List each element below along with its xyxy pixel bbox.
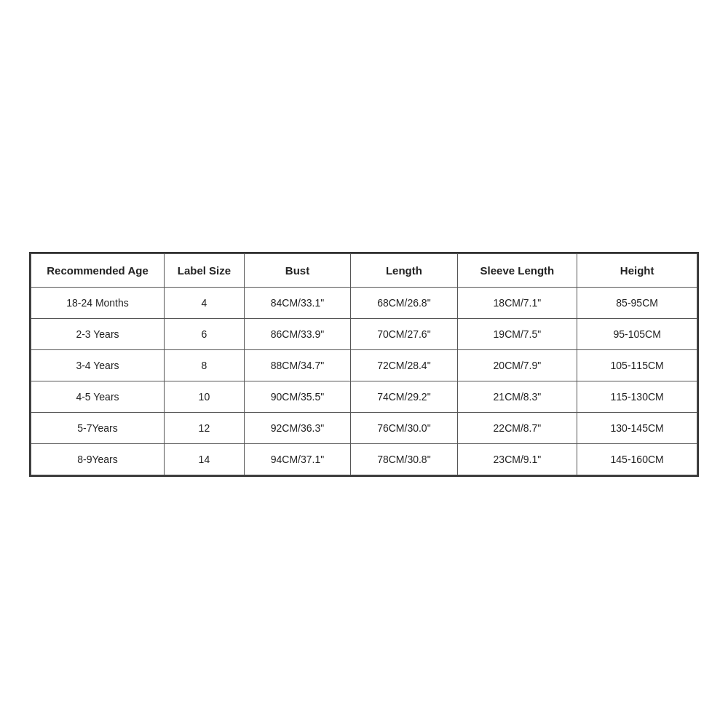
cell-age: 2-3 Years	[31, 318, 165, 349]
cell-bust: 86CM/33.9"	[244, 318, 350, 349]
cell-length: 76CM/30.0"	[351, 412, 457, 443]
header-bust: Bust	[244, 253, 350, 287]
table-row: 4-5 Years1090CM/35.5"74CM/29.2"21CM/8.3"…	[31, 381, 697, 412]
cell-age: 5-7Years	[31, 412, 165, 443]
table-row: 8-9Years1494CM/37.1"78CM/30.8"23CM/9.1"1…	[31, 443, 697, 475]
cell-height: 85-95CM	[577, 287, 697, 318]
header-label: Label Size	[165, 253, 245, 287]
size-chart-container: Recommended Age Label Size Bust Length S…	[29, 252, 699, 477]
cell-length: 72CM/28.4"	[351, 349, 457, 381]
cell-label: 4	[165, 287, 245, 318]
cell-label: 12	[165, 412, 245, 443]
cell-sleeve: 19CM/7.5"	[457, 318, 577, 349]
cell-label: 14	[165, 443, 245, 475]
size-chart-table: Recommended Age Label Size Bust Length S…	[31, 253, 697, 475]
cell-age: 18-24 Months	[31, 287, 165, 318]
cell-label: 10	[165, 381, 245, 412]
cell-label: 8	[165, 349, 245, 381]
cell-age: 8-9Years	[31, 443, 165, 475]
cell-height: 95-105CM	[577, 318, 697, 349]
table-row: 18-24 Months484CM/33.1"68CM/26.8"18CM/7.…	[31, 287, 697, 318]
cell-sleeve: 22CM/8.7"	[457, 412, 577, 443]
header-sleeve: Sleeve Length	[457, 253, 577, 287]
cell-sleeve: 23CM/9.1"	[457, 443, 577, 475]
table-row: 3-4 Years888CM/34.7"72CM/28.4"20CM/7.9"1…	[31, 349, 697, 381]
cell-bust: 92CM/36.3"	[244, 412, 350, 443]
cell-length: 70CM/27.6"	[351, 318, 457, 349]
table-row: 2-3 Years686CM/33.9"70CM/27.6"19CM/7.5"9…	[31, 318, 697, 349]
header-age: Recommended Age	[31, 253, 165, 287]
header-height: Height	[577, 253, 697, 287]
cell-age: 3-4 Years	[31, 349, 165, 381]
cell-height: 130-145CM	[577, 412, 697, 443]
table-row: 5-7Years1292CM/36.3"76CM/30.0"22CM/8.7"1…	[31, 412, 697, 443]
cell-bust: 88CM/34.7"	[244, 349, 350, 381]
cell-length: 68CM/26.8"	[351, 287, 457, 318]
cell-length: 78CM/30.8"	[351, 443, 457, 475]
cell-age: 4-5 Years	[31, 381, 165, 412]
cell-bust: 94CM/37.1"	[244, 443, 350, 475]
cell-height: 105-115CM	[577, 349, 697, 381]
cell-bust: 84CM/33.1"	[244, 287, 350, 318]
cell-height: 145-160CM	[577, 443, 697, 475]
cell-sleeve: 20CM/7.9"	[457, 349, 577, 381]
cell-label: 6	[165, 318, 245, 349]
header-length: Length	[351, 253, 457, 287]
table-header-row: Recommended Age Label Size Bust Length S…	[31, 253, 697, 287]
cell-height: 115-130CM	[577, 381, 697, 412]
cell-sleeve: 18CM/7.1"	[457, 287, 577, 318]
cell-bust: 90CM/35.5"	[244, 381, 350, 412]
cell-sleeve: 21CM/8.3"	[457, 381, 577, 412]
cell-length: 74CM/29.2"	[351, 381, 457, 412]
